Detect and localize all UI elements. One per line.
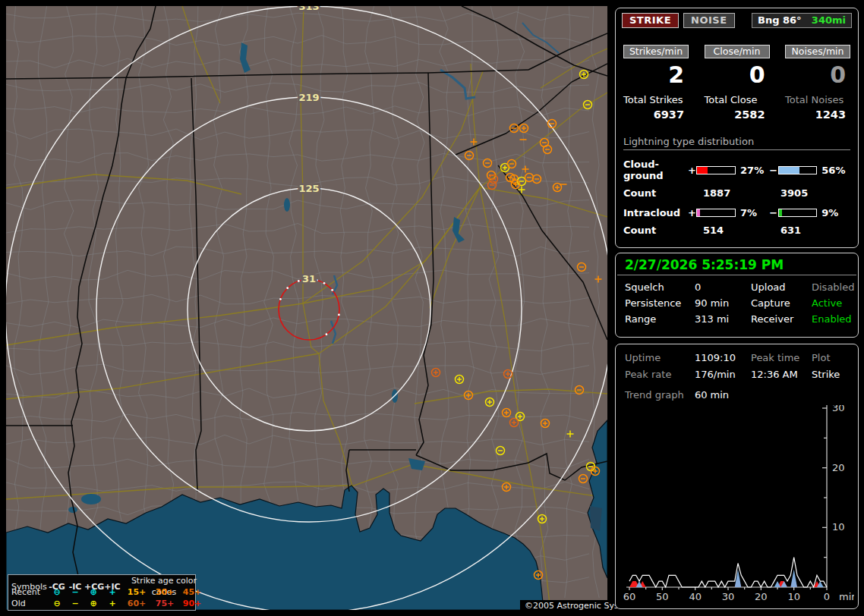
noise-mode-button[interactable]: NOISE — [683, 13, 735, 28]
plot-label: Plot — [812, 352, 849, 363]
svg-text:219: 219 — [298, 92, 319, 103]
persistence-label: Persistence — [625, 297, 695, 309]
age-45-label: 45+ — [178, 586, 206, 598]
age-60-label: 60+ — [122, 598, 151, 609]
svg-text:60: 60 — [623, 591, 636, 602]
uptime-value: 1109:10 — [695, 352, 751, 363]
circle-minus-icon: ⊖ — [48, 586, 66, 598]
trend-graph-label: Trend graph — [625, 389, 684, 401]
intracloud-label: Intracloud — [623, 207, 688, 218]
cg-pos-percent: 27% — [740, 165, 769, 176]
close-per-min-value: 0 — [705, 58, 770, 88]
legend-recent-label: Recent — [11, 586, 48, 598]
svg-text:10: 10 — [787, 591, 800, 602]
symbol-legend: Symbols -CG -IC +CG +IC Strike age color… — [8, 574, 196, 611]
svg-text:40: 40 — [689, 591, 702, 602]
svg-text:125: 125 — [298, 183, 319, 194]
receiver-label: Receiver — [751, 313, 812, 325]
total-strikes-value: 6937 — [623, 105, 689, 121]
peak-rate-value: 176/min — [695, 369, 751, 380]
total-noises-label: Total Noises — [785, 88, 850, 105]
bearing-value: Bng 86° — [758, 14, 802, 26]
ic-pos-count: 514 — [703, 225, 780, 236]
svg-text:31: 31 — [302, 273, 316, 284]
cg-neg-count: 3905 — [780, 187, 808, 199]
total-strikes-label: Total Strikes — [623, 88, 689, 105]
distance-value: 340mi — [812, 14, 846, 26]
minus-icon: − — [66, 598, 84, 609]
svg-text:313: 313 — [298, 6, 319, 12]
ic-count-label: Count — [623, 225, 703, 236]
ic-neg-count: 631 — [780, 225, 801, 236]
stats-panel: STRIKE NOISE Bng 86° 340mi Strikes/min C… — [615, 8, 859, 248]
strikes-per-min-value: 2 — [623, 58, 689, 88]
upload-value: Disabled — [812, 281, 854, 293]
trend-panel: Uptime 1109:10 Peak time Plot Peak rate … — [615, 344, 859, 609]
range-label: Range — [625, 313, 695, 325]
total-close-label: Total Close — [705, 88, 770, 105]
persistence-value: 90 min — [695, 297, 751, 309]
cg-neg-bar — [778, 166, 818, 174]
distribution-title: Lightning type distribution — [623, 136, 850, 150]
cg-pos-bar — [696, 166, 736, 174]
legend-old-label: Old — [11, 598, 48, 609]
svg-text:20: 20 — [832, 462, 845, 473]
ic-neg-bar — [778, 209, 818, 217]
strikes-per-min-header: Strikes/min — [623, 45, 689, 58]
noises-per-min-value: 0 — [785, 58, 850, 88]
svg-text:10: 10 — [832, 521, 845, 533]
age-75-label: 75+ — [151, 598, 178, 609]
minus-sign: − — [769, 165, 778, 176]
peak-time-label: Peak time — [751, 352, 812, 363]
plot-value: Strike — [812, 369, 849, 380]
plus-sign: + — [688, 207, 697, 218]
age-90-label: 90+ — [178, 598, 206, 609]
circle-plus-icon: ⊕ — [84, 598, 102, 609]
circle-minus-icon: ⊖ — [48, 598, 66, 609]
noises-per-min-header: Noises/min — [785, 45, 850, 58]
datetime-display: 2/27/2026 5:25:19 PM — [617, 253, 856, 275]
cg-neg-percent: 56% — [821, 165, 850, 176]
age-15-label: 15+ — [122, 586, 151, 598]
svg-text:30: 30 — [832, 405, 845, 413]
uptime-label: Uptime — [625, 352, 695, 363]
plus-sign: + — [688, 165, 697, 176]
capture-value: Active — [812, 297, 854, 309]
svg-text:min: min — [839, 591, 854, 602]
minus-icon: − — [66, 586, 84, 598]
peak-time-value: 12:36 AM — [751, 369, 812, 380]
total-noises-value: 1243 — [785, 105, 850, 121]
trend-graph-chart: 1020306050403020100min — [620, 405, 854, 607]
age-30-label: 30+ — [151, 586, 178, 598]
range-value: 313 mi — [695, 313, 751, 325]
status-panel: 2/27/2026 5:25:19 PM Squelch 0 Upload Di… — [615, 253, 859, 338]
minus-sign: − — [769, 207, 778, 218]
ic-pos-percent: 7% — [740, 207, 769, 218]
upload-label: Upload — [751, 281, 812, 293]
bearing-readout: Bng 86° 340mi — [752, 13, 852, 28]
squelch-label: Squelch — [625, 281, 695, 293]
close-per-min-header: Close/min — [705, 45, 770, 58]
cg-pos-count: 1887 — [703, 187, 780, 199]
peak-rate-label: Peak rate — [625, 369, 695, 380]
plus-icon: + — [102, 586, 122, 598]
total-close-value: 2582 — [705, 105, 770, 121]
squelch-value: 0 — [695, 281, 751, 293]
capture-label: Capture — [751, 297, 812, 309]
receiver-value: Enabled — [812, 313, 854, 325]
cg-count-label: Count — [623, 187, 703, 199]
svg-text:50: 50 — [656, 591, 669, 602]
map-canvas[interactable]: 31321912531 — [6, 6, 607, 610]
trend-graph-value: 60 min — [695, 389, 729, 401]
svg-text:20: 20 — [755, 591, 768, 602]
app-window: 31321912531 Symbols -CG -IC +CG +IC Stri… — [0, 0, 864, 616]
circle-plus-icon: ⊕ — [84, 586, 102, 598]
plus-icon: + — [102, 598, 122, 609]
ic-neg-percent: 9% — [821, 207, 850, 218]
ic-pos-bar — [696, 209, 736, 217]
cloud-ground-label: Cloud-ground — [623, 159, 688, 181]
svg-text:30: 30 — [722, 591, 735, 602]
svg-text:0: 0 — [824, 591, 830, 602]
lightning-map[interactable]: 31321912531 Symbols -CG -IC +CG +IC Stri… — [6, 6, 607, 610]
strike-mode-button[interactable]: STRIKE — [622, 13, 679, 28]
